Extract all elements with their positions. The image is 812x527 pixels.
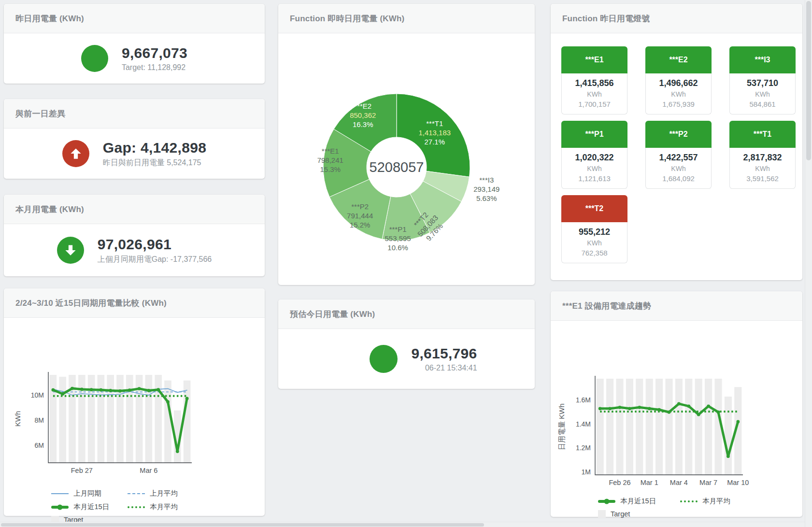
tile-value: 2,817,832	[732, 153, 793, 163]
card-day-gap: 與前一日差異 Gap: 4,142,898 昨日與前日用電量 5,524,175	[4, 99, 265, 179]
horizontal-scrollbar[interactable]	[0, 522, 805, 527]
tile-status-header: ***T2	[561, 195, 627, 222]
series-point	[52, 388, 55, 392]
series-point	[90, 388, 93, 391]
tile-status-header: ***P1	[561, 121, 627, 148]
donut-center-total: 5208057	[370, 159, 424, 175]
card-title: ***E1 設備用電達成趨勢	[562, 300, 651, 312]
tile-value: 1,020,322	[564, 153, 625, 163]
x-axis-tick: Mar 1	[641, 479, 658, 486]
card-header: Function 昨日用電燈號	[551, 4, 802, 33]
legend-item[interactable]: 本月平均	[128, 502, 204, 512]
target-bar	[636, 379, 643, 475]
target-bar	[164, 381, 171, 463]
legend-swatch-thick	[598, 500, 615, 503]
card-title: Function 昨日用電燈號	[562, 13, 650, 24]
target-bar	[725, 397, 732, 475]
stat-subtitle: 上個月同期用電Gap: -17,377,566	[98, 255, 212, 265]
legend-item[interactable]: 上月平均	[128, 489, 204, 498]
legend-item[interactable]: 本月平均	[680, 497, 762, 506]
tile-unit: KWh	[564, 90, 625, 98]
series-point	[608, 407, 612, 410]
stat-subtitle: 昨日與前日用電量 5,524,175	[103, 158, 206, 168]
series-point	[598, 407, 602, 410]
x-axis-tick: Mar 7	[699, 479, 717, 486]
legend-label: Target	[611, 510, 630, 518]
y-axis-tick: 1.2M	[576, 444, 591, 452]
series-point	[717, 411, 720, 414]
x-axis-tick: Mar 4	[670, 479, 688, 486]
series-point	[687, 404, 690, 408]
y-axis-label: KWh	[14, 411, 22, 427]
tile-unit: KWh	[732, 165, 793, 172]
series-point	[176, 450, 179, 453]
legend-swatch-solid	[51, 493, 69, 494]
tile-value: 537,710	[732, 78, 793, 88]
legend-label: 本月平均	[150, 502, 178, 512]
tile-status-header: ***E2	[645, 46, 712, 73]
light-tile: ***T12,817,832KWh3,591,562	[729, 121, 796, 189]
light-tile: ***E11,415,856KWh1,700,157	[561, 46, 627, 114]
tile-body: 1,020,322KWh1,121,613	[561, 148, 627, 189]
target-bar	[616, 379, 623, 475]
realtime-usage-donut-chart[interactable]: ***T11,413,18327.1%***I3293,1495.63%***T…	[278, 33, 535, 285]
target-bar	[675, 379, 683, 475]
target-bar	[655, 379, 663, 475]
series-point	[138, 387, 141, 390]
card-month-usage: 本月用電量 (KWh) 97,026,961 上個月同期用電Gap: -17,3…	[4, 195, 265, 276]
legend-label: 本月近15日	[73, 502, 109, 512]
series-point	[677, 402, 681, 406]
tile-value: 1,415,856	[564, 78, 625, 88]
card-header: ***E1 設備用電達成趨勢	[551, 291, 802, 321]
series-point	[109, 389, 112, 392]
compare15-line-chart[interactable]: 6M8M10MFeb 27Mar 6KWh	[4, 318, 265, 481]
card-header: Function 即時日用電量 (KWh)	[278, 4, 535, 33]
legend-item[interactable]: 本月近15日	[51, 502, 128, 512]
card-header: 2/24~3/10 近15日同期用電量比較 (KWh)	[4, 288, 265, 318]
tile-body: 2,817,832KWh3,591,562	[729, 148, 796, 189]
trend-legend: 本月近15日本月平均Target	[598, 497, 802, 518]
card-estimate-today: 預估今日用電量 (KWh) 9,615,796 06-21 15:34:41	[278, 299, 535, 389]
target-bar	[98, 375, 105, 463]
legend-swatch-dotted	[128, 506, 145, 508]
y-axis-label: 日用電量 KWh	[557, 403, 566, 450]
tile-unit: KWh	[648, 165, 709, 172]
tile-status-header: ***I3	[729, 46, 796, 73]
series-point	[61, 392, 64, 396]
horizontal-scrollbar-thumb[interactable]	[1, 523, 484, 527]
series-point	[71, 387, 74, 390]
light-tile: ***I3537,710KWh584,861	[729, 46, 796, 114]
target-bar	[705, 379, 712, 475]
card-title: 與前一日差異	[15, 108, 65, 119]
target-bar	[646, 379, 653, 475]
series-point	[638, 406, 641, 409]
compare15-legend: 上月同期上月平均本月近15日本月平均Target	[51, 489, 265, 524]
y-axis-tick: 8M	[35, 416, 44, 424]
card-realtime-donut: Function 即時日用電量 (KWh) ***T11,413,18327.1…	[278, 4, 535, 285]
vertical-scrollbar-thumb[interactable]	[806, 1, 811, 160]
vertical-scrollbar[interactable]	[805, 0, 812, 527]
tile-value: 955,212	[564, 227, 625, 237]
series-point	[185, 397, 189, 400]
series-point	[736, 420, 740, 424]
target-bar	[145, 375, 153, 463]
tile-target-value: 3,591,562	[732, 174, 793, 183]
tile-body: 955,212KWh762,358	[561, 222, 627, 263]
target-bar	[685, 379, 692, 475]
tile-target-value: 1,700,157	[564, 100, 625, 108]
arrow-up-icon	[62, 140, 89, 167]
e1-trend-line-chart[interactable]: 1M1.2M1.4M1.6MFeb 26Mar 1Mar 4Mar 7Mar 1…	[551, 321, 802, 490]
legend-swatch-thick	[51, 506, 69, 509]
series-point	[118, 389, 122, 393]
legend-item[interactable]: 本月近15日	[598, 497, 680, 506]
target-bar	[116, 375, 124, 463]
card-yesterday-lights: Function 昨日用電燈號 ***E11,415,856KWh1,700,1…	[551, 4, 802, 280]
tile-unit: KWh	[564, 165, 625, 172]
series-point	[100, 388, 103, 392]
legend-item[interactable]: Target	[598, 510, 680, 518]
legend-swatch-dashed	[128, 493, 145, 494]
stat-value: 9,615,796	[411, 345, 477, 362]
card-title: Function 即時日用電量 (KWh)	[290, 13, 404, 24]
legend-item[interactable]: 上月同期	[51, 489, 128, 498]
x-axis-tick: Feb 26	[609, 479, 630, 486]
